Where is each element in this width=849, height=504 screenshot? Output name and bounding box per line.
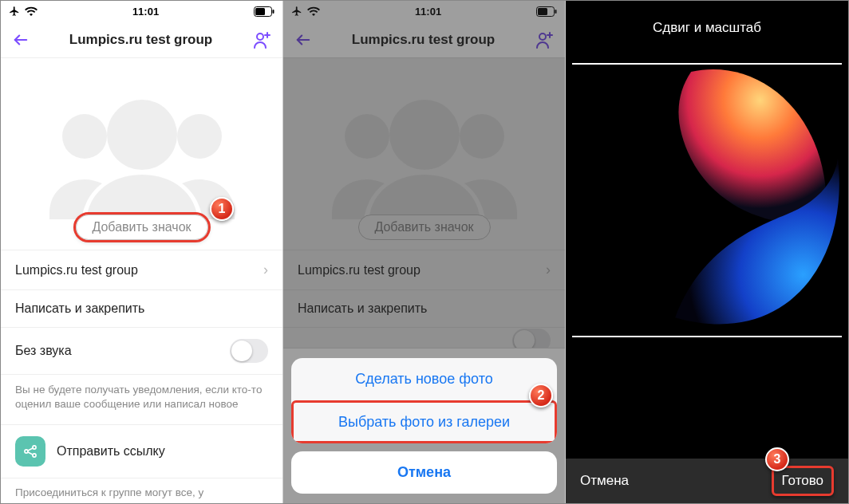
- chevron-right-icon: ›: [546, 262, 551, 278]
- page-title: Lumpics.ru test group: [352, 32, 495, 48]
- crop-title: Сдвиг и масштаб: [566, 1, 848, 63]
- callout-3: 3: [765, 447, 789, 471]
- svg-point-3: [257, 33, 263, 40]
- status-time: 11:01: [415, 6, 441, 18]
- action-sheet: Сделать новое фото Выбрать фото из галер…: [291, 358, 557, 494]
- svg-rect-1: [273, 10, 274, 14]
- status-bar: 11:01: [1, 1, 282, 22]
- back-icon[interactable]: [12, 33, 30, 47]
- chevron-right-icon: ›: [263, 262, 268, 278]
- svg-rect-12: [538, 8, 547, 15]
- nav-header: Lumpics.ru test group: [1, 22, 282, 58]
- group-avatar-area: Добавить значок: [283, 58, 565, 250]
- airplane-icon: [9, 6, 20, 17]
- group-avatar-area: Добавить значок 1: [1, 58, 282, 250]
- row-write-pin[interactable]: Написать и закрепить: [1, 290, 282, 328]
- sheet-choose-gallery[interactable]: Выбрать фото из галереи: [291, 400, 557, 443]
- mute-toggle[interactable]: [512, 329, 551, 349]
- wallpaper-image: [572, 325, 842, 337]
- crop-frame[interactable]: [572, 63, 842, 337]
- back-icon[interactable]: [294, 33, 312, 47]
- status-time: 11:01: [132, 6, 159, 18]
- row-group-name[interactable]: Lumpics.ru test group ›: [283, 250, 565, 290]
- svg-point-16: [460, 114, 504, 159]
- svg-rect-11: [555, 10, 557, 14]
- row-share-link[interactable]: Отправить ссылку: [1, 425, 282, 478]
- row-write-pin[interactable]: Написать и закрепить: [283, 290, 565, 328]
- callout-1: 1: [210, 197, 234, 221]
- screen-crop: Сдвиг и масштаб: [566, 1, 848, 503]
- screen-settings: 11:01 Lumpics.ru test group: [1, 1, 283, 503]
- svg-point-5: [62, 114, 107, 159]
- screen-action-sheet: 11:01 Lumpics.ru test group: [283, 1, 566, 503]
- row-label: Написать и закрепить: [298, 301, 427, 316]
- row-label: Отправить ссылку: [57, 444, 165, 459]
- crop-cancel-button[interactable]: Отмена: [580, 473, 629, 489]
- wifi-icon: [25, 6, 38, 16]
- wifi-icon: [307, 6, 320, 16]
- callout-2: 2: [529, 384, 553, 408]
- add-icon-button[interactable]: Добавить значок: [75, 215, 207, 240]
- nav-header: Lumpics.ru test group: [283, 22, 565, 58]
- action-sheet-options: Сделать новое фото Выбрать фото из галер…: [291, 358, 557, 443]
- mute-note: Вы не будете получать уведомления, если …: [1, 375, 282, 425]
- svg-point-6: [177, 114, 222, 159]
- crop-toolbar: Отмена Готово: [566, 459, 848, 503]
- svg-point-13: [539, 33, 546, 40]
- sheet-cancel[interactable]: Отмена: [291, 451, 557, 494]
- svg-point-14: [389, 100, 460, 170]
- row-label: Lumpics.ru test group: [15, 263, 138, 278]
- status-bar: 11:01: [283, 1, 565, 22]
- mute-toggle[interactable]: [230, 339, 268, 363]
- cutoff-text: Присоединиться к группе могут все, у: [1, 478, 282, 498]
- svg-rect-2: [255, 8, 265, 15]
- battery-icon: [254, 6, 274, 17]
- add-user-icon[interactable]: [252, 31, 271, 49]
- group-placeholder-icon: [321, 73, 528, 235]
- add-user-icon[interactable]: [535, 31, 554, 49]
- row-mute-partial[interactable]: [283, 328, 565, 348]
- battery-icon: [536, 6, 557, 17]
- svg-point-4: [107, 100, 177, 170]
- airplane-icon: [291, 6, 302, 17]
- share-icon: [15, 436, 45, 467]
- svg-point-15: [345, 114, 389, 159]
- row-group-name[interactable]: Lumpics.ru test group ›: [1, 250, 282, 290]
- row-label: Без звука: [15, 344, 72, 358]
- add-icon-button[interactable]: Добавить значок: [357, 215, 490, 240]
- page-title: Lumpics.ru test group: [69, 32, 212, 48]
- row-label: Написать и закрепить: [15, 301, 144, 316]
- row-label: Lumpics.ru test group: [298, 263, 421, 278]
- sheet-take-photo[interactable]: Сделать новое фото: [291, 358, 557, 400]
- row-mute[interactable]: Без звука: [1, 328, 282, 375]
